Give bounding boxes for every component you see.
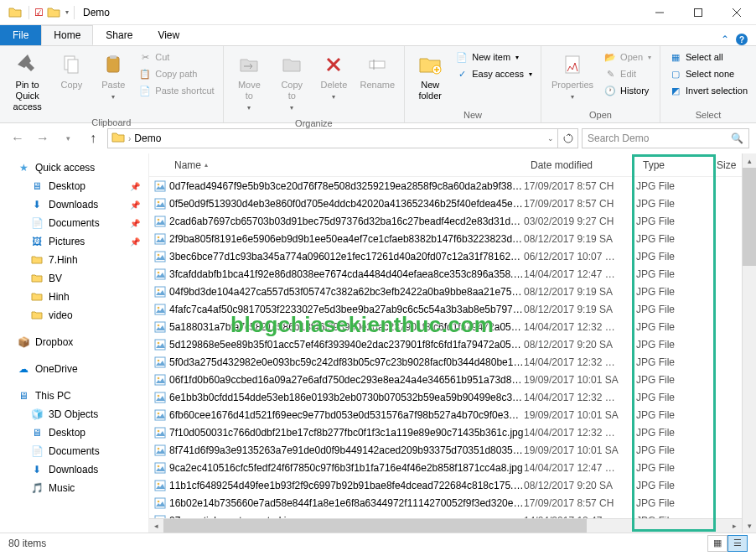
open-button[interactable]: 📂Open▾	[600, 49, 655, 65]
view-details-button[interactable]: ☰	[728, 535, 748, 552]
file-row[interactable]: 9ca2ec410516cfc5fedf24f6f7850c97f6b3f1b1…	[149, 459, 742, 476]
sidebar-item-pictures[interactable]: 🖼Pictures📌	[0, 232, 148, 251]
file-row[interactable]: 16b02e14b735660e7ad58e844f1a8e1e6f8a6344…	[149, 494, 742, 512]
breadcrumb-sep-icon[interactable]: ›	[128, 134, 131, 143]
select-none-button[interactable]: ▢Select none	[665, 66, 751, 81]
horizontal-scrollbar[interactable]: ◂ ▸	[149, 518, 742, 533]
file-row[interactable]: 5f0d3a275d432982e0e093bc59c242df83b05c97…	[149, 353, 742, 371]
sidebar-item-documents2[interactable]: 📄Documents	[0, 442, 148, 460]
paste-dropdown-icon[interactable]: ▾	[111, 91, 115, 102]
file-row[interactable]: 7f10d050031c766d0dbf21be17cf8b277fbc0f1f…	[149, 423, 742, 441]
search-icon[interactable]: 🔍	[731, 133, 743, 144]
file-row[interactable]: 27...partial-row-truncated.jpg14/04/2017…	[149, 512, 742, 518]
easy-access-button[interactable]: ✓Easy access▾	[452, 66, 536, 81]
sidebar-onedrive[interactable]: ☁OneDrive	[0, 360, 148, 378]
file-row[interactable]: 5d129868e5ee89b35f01acc57ef46f393940e2da…	[149, 335, 742, 353]
ribbon-collapse-icon[interactable]: ⌃	[721, 34, 729, 45]
file-row[interactable]: 0f5e0d9f513930d4eb3e860f0d705e4ddcb42020…	[149, 195, 742, 212]
file-list[interactable]: 0d7fead49467f9e5b9b3ce20d76f78e508d32592…	[149, 177, 742, 518]
copy-to-button[interactable]: Copy to▾	[272, 48, 312, 117]
file-row[interactable]: 6fb60cee1676d41d521f69eec9e77bd053e0d531…	[149, 406, 742, 423]
scroll-up-button[interactable]: ▴	[743, 153, 756, 168]
file-row[interactable]: 5a188031a7bfa7c5821c586b13f46f393940e2da…	[149, 318, 742, 335]
breadcrumb-dropdown-icon[interactable]: ⌄	[547, 134, 554, 143]
file-row[interactable]: 04f9bd3de104a427ca557d53f05747c382a62bc3…	[149, 283, 742, 300]
file-row[interactable]: 06f1fd0b60a9ccbed16a09a27e6afd750dec293e…	[149, 371, 742, 388]
rename-button[interactable]: Rename	[355, 48, 399, 94]
sidebar-item-desktop2[interactable]: 🖥Desktop	[0, 423, 148, 442]
new-item-button[interactable]: 📄New item▾	[452, 49, 536, 65]
tab-file[interactable]: File	[0, 25, 41, 45]
copy-path-button[interactable]: 📋Copy path	[135, 66, 217, 81]
select-all-button[interactable]: ▦Select all	[665, 49, 751, 65]
move-to-button[interactable]: Move to▾	[229, 48, 270, 117]
scroll-thumb[interactable]	[163, 519, 587, 533]
tab-view[interactable]: View	[145, 25, 192, 45]
col-size[interactable]: Size	[710, 159, 742, 171]
pin-quick-access-button[interactable]: Pin to Quick access	[5, 48, 49, 116]
sidebar-item-downloads[interactable]: ⬇Downloads📌	[0, 195, 148, 214]
nav-forward-button[interactable]: →	[32, 127, 54, 149]
properties-button[interactable]: Properties▾	[546, 48, 598, 106]
invert-selection-button[interactable]: ◩Invert selection	[665, 83, 751, 98]
file-row[interactable]: 2cad6ab7697cb65703b03d91bec75d97376d32ba…	[149, 212, 742, 230]
file-row[interactable]: 0d7fead49467f9e5b9b3ce20d76f78e508d32592…	[149, 177, 742, 195]
qat-dropdown-icon[interactable]: ▾	[65, 8, 69, 16]
nav-back-button[interactable]: ←	[7, 127, 28, 149]
paste-button[interactable]: Paste ▾	[93, 48, 133, 106]
history-button[interactable]: 🕐History	[600, 83, 655, 98]
sidebar-item-desktop[interactable]: 🖥Desktop📌	[0, 177, 148, 195]
sidebar-quick-access[interactable]: ★Quick access	[0, 158, 148, 177]
nav-recent-dropdown[interactable]: ▾	[57, 127, 79, 149]
scroll-track[interactable]	[163, 519, 728, 533]
file-row[interactable]: 4fafc7ca4af50c9817053f2233027e5d3bee9ba2…	[149, 300, 742, 318]
vertical-scrollbar[interactable]: ▴ ▾	[742, 153, 756, 533]
file-row[interactable]: 3bec6bce77d1c93ba345a774a096012e1fec1726…	[149, 247, 742, 265]
sidebar-dropbox[interactable]: 📦Dropbox	[0, 333, 148, 351]
sidebar-item-documents[interactable]: 📄Documents📌	[0, 214, 148, 232]
refresh-button[interactable]	[558, 128, 578, 148]
breadcrumb[interactable]: › Demo ⌄	[107, 128, 558, 148]
file-row[interactable]: 3fcafddabfb1bca41f92e86d8038ee7674cda448…	[149, 265, 742, 283]
cut-button[interactable]: ✂Cut	[135, 49, 217, 65]
navigation-pane[interactable]: ★Quick access 🖥Desktop📌 ⬇Downloads📌 📄Doc…	[0, 153, 149, 533]
close-button[interactable]	[717, 0, 756, 25]
view-thumbnails-button[interactable]: ▦	[707, 535, 728, 552]
col-name[interactable]: Name▴	[149, 159, 524, 171]
sidebar-item-downloads2[interactable]: ⬇Downloads	[0, 460, 148, 479]
tab-share[interactable]: Share	[93, 25, 145, 45]
maximize-button[interactable]	[679, 0, 717, 25]
qat-checkbox-icon[interactable]: ☑	[34, 7, 44, 18]
new-folder-button[interactable]: New folder	[410, 48, 450, 105]
sidebar-item-bv[interactable]: BV	[0, 269, 148, 288]
file-row[interactable]: 8f741d6f99a3e9135263a7e91de0d0f9b449142a…	[149, 441, 742, 459]
sidebar-item-video[interactable]: video	[0, 306, 148, 325]
search-box[interactable]: 🔍	[582, 128, 749, 148]
tab-home[interactable]: Home	[41, 25, 93, 45]
vscroll-thumb[interactable]	[743, 168, 756, 266]
sidebar-item-3dobjects[interactable]: 🧊3D Objects	[0, 405, 148, 423]
nav-up-button[interactable]: ↑	[82, 127, 104, 149]
sidebar-item-hinh[interactable]: Hinh	[0, 288, 148, 306]
ribbon-group-organize: Move to▾ Copy to▾ Delete▾ Rename Organiz…	[224, 46, 406, 122]
scroll-down-button[interactable]: ▾	[743, 518, 756, 533]
col-type[interactable]: Type	[636, 159, 710, 171]
scroll-left-button[interactable]: ◂	[149, 519, 163, 533]
scroll-right-button[interactable]: ▸	[728, 519, 742, 533]
search-input[interactable]	[588, 133, 726, 144]
minimize-button[interactable]	[640, 0, 679, 25]
file-row[interactable]: 2f9ba805f8191e6e5906eb9d9b1ee50ea4ef7ce1…	[149, 230, 742, 247]
paste-shortcut-button[interactable]: 📄Paste shortcut	[135, 83, 217, 98]
copy-button[interactable]: Copy	[51, 48, 91, 94]
file-row[interactable]: 6e1bb3b0cfdd154dde53eb186e0193b2eb0730b0…	[149, 388, 742, 406]
sidebar-item-music[interactable]: 🎵Music	[0, 479, 148, 497]
vscroll-track[interactable]	[743, 168, 756, 518]
sidebar-item-7hinh[interactable]: 7.Hinh	[0, 251, 148, 269]
sidebar-thispc[interactable]: 🖥This PC	[0, 387, 148, 405]
col-date[interactable]: Date modified	[524, 159, 636, 171]
edit-button[interactable]: ✎Edit	[600, 66, 655, 81]
help-icon[interactable]: ?	[736, 34, 748, 45]
delete-button[interactable]: Delete▾	[313, 48, 354, 106]
file-row[interactable]: 11b1cf6489254d49fee1b93f2f9c6997b92b91ba…	[149, 476, 742, 494]
breadcrumb-segment[interactable]: Demo	[134, 133, 161, 144]
